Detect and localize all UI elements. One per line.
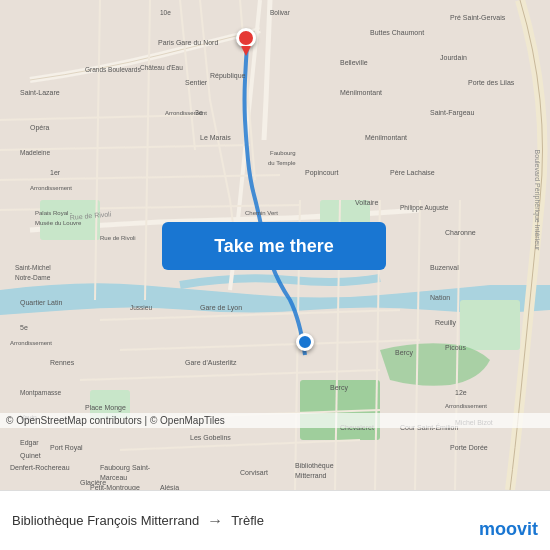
take-me-there-button[interactable]: Take me there (162, 222, 386, 270)
svg-text:Place Monge: Place Monge (85, 404, 126, 412)
svg-text:Picous: Picous (445, 344, 467, 351)
svg-text:Les Gobelins: Les Gobelins (190, 434, 231, 441)
svg-text:Château d'Eau: Château d'Eau (140, 64, 183, 71)
svg-text:Ménilmontant: Ménilmontant (365, 134, 407, 141)
svg-text:Charonne: Charonne (445, 229, 476, 236)
svg-text:1er: 1er (50, 169, 61, 176)
svg-text:Quinet: Quinet (20, 452, 41, 460)
svg-text:Port Royal: Port Royal (50, 444, 83, 452)
svg-text:Faubourg Saint-: Faubourg Saint- (100, 464, 151, 472)
svg-text:Jourdain: Jourdain (440, 54, 467, 61)
origin-label: Bibliothèque François Mitterrand (12, 513, 199, 528)
svg-text:Le Marais: Le Marais (200, 134, 231, 141)
bottom-bar: Bibliothèque François Mitterrand → Trèfl… (0, 490, 550, 550)
svg-text:Arrondissement: Arrondissement (165, 110, 207, 116)
map-container: Boulevard Périphérique Intérieur (0, 0, 550, 490)
svg-text:Rennes: Rennes (50, 359, 75, 366)
svg-text:Saint-Fargeau: Saint-Fargeau (430, 109, 474, 117)
svg-text:Ménilmontant: Ménilmontant (340, 89, 382, 96)
svg-text:République: République (210, 72, 246, 80)
svg-text:Palais Royal -: Palais Royal - (35, 210, 72, 216)
svg-text:Buttes Chaumont: Buttes Chaumont (370, 29, 424, 36)
svg-text:Arrondissement: Arrondissement (445, 403, 487, 409)
svg-text:Sentier: Sentier (185, 79, 208, 86)
svg-text:Gare d'Austerlitz: Gare d'Austerlitz (185, 359, 237, 366)
svg-text:Rue de Rivoli: Rue de Rivoli (100, 235, 136, 241)
moovit-logo: moovit (479, 519, 538, 540)
route-info: Bibliothèque François Mitterrand → Trèfl… (12, 512, 538, 530)
svg-text:Montparnasse: Montparnasse (20, 389, 62, 397)
svg-text:12e: 12e (455, 389, 467, 396)
svg-text:Belleville: Belleville (340, 59, 368, 66)
svg-text:Philippe Auguste: Philippe Auguste (400, 204, 449, 212)
svg-text:Opéra: Opéra (30, 124, 50, 132)
svg-text:Glacière: Glacière (80, 479, 106, 486)
svg-text:Quartier Latin: Quartier Latin (20, 299, 63, 307)
svg-text:10e: 10e (160, 9, 171, 16)
svg-text:Arrondissement: Arrondissement (10, 340, 52, 346)
svg-text:Popincourt: Popincourt (305, 169, 339, 177)
svg-text:Chemin Vert: Chemin Vert (245, 210, 278, 216)
arrow-icon: → (207, 512, 223, 530)
destination-label: Trèfle (231, 513, 264, 528)
svg-text:Corvisart: Corvisart (240, 469, 268, 476)
svg-text:Grands Boulevards: Grands Boulevards (85, 66, 141, 73)
svg-text:Paris Gare du Nord: Paris Gare du Nord (158, 39, 218, 46)
svg-rect-8 (460, 300, 520, 350)
svg-text:Porte des Lilas: Porte des Lilas (468, 79, 515, 86)
svg-text:Mitterrand: Mitterrand (295, 472, 327, 479)
svg-text:Musée du Louvre: Musée du Louvre (35, 220, 82, 226)
svg-text:Saint-Lazare: Saint-Lazare (20, 89, 60, 96)
svg-text:5e: 5e (20, 324, 28, 331)
svg-text:Bercy: Bercy (330, 384, 348, 392)
svg-text:Voltaire: Voltaire (355, 199, 378, 206)
svg-text:Arrondissement: Arrondissement (30, 185, 72, 191)
svg-text:Bolivar: Bolivar (270, 9, 291, 16)
map-attribution: © OpenStreetMap contributors | © OpenMap… (0, 413, 550, 428)
svg-text:Notre-Dame: Notre-Dame (15, 274, 51, 281)
svg-text:du Temple: du Temple (268, 160, 296, 166)
origin-pin (296, 333, 314, 351)
destination-pin (236, 28, 256, 56)
svg-text:Saint-Michel: Saint-Michel (15, 264, 51, 271)
svg-text:Porte Dorée: Porte Dorée (450, 444, 488, 451)
svg-text:Madeleine: Madeleine (20, 149, 50, 156)
svg-text:Gare de Lyon: Gare de Lyon (200, 304, 242, 312)
svg-text:Buzenval: Buzenval (430, 264, 459, 271)
svg-text:Boulevard Périphérique Intérie: Boulevard Périphérique Intérieur (533, 150, 541, 251)
svg-text:Jussieu: Jussieu (130, 304, 152, 311)
svg-text:Denfert-Rochereau: Denfert-Rochereau (10, 464, 70, 471)
svg-text:Faubourg: Faubourg (270, 150, 296, 156)
svg-text:Bibliothèque: Bibliothèque (295, 462, 334, 470)
svg-text:Edgar: Edgar (20, 439, 39, 447)
svg-text:Père Lachaise: Père Lachaise (390, 169, 435, 176)
svg-text:Nation: Nation (430, 294, 450, 301)
svg-text:Reuilly: Reuilly (435, 319, 457, 327)
svg-text:Pré Saint-Gervais: Pré Saint-Gervais (450, 14, 506, 21)
svg-text:Bercy: Bercy (395, 349, 413, 357)
